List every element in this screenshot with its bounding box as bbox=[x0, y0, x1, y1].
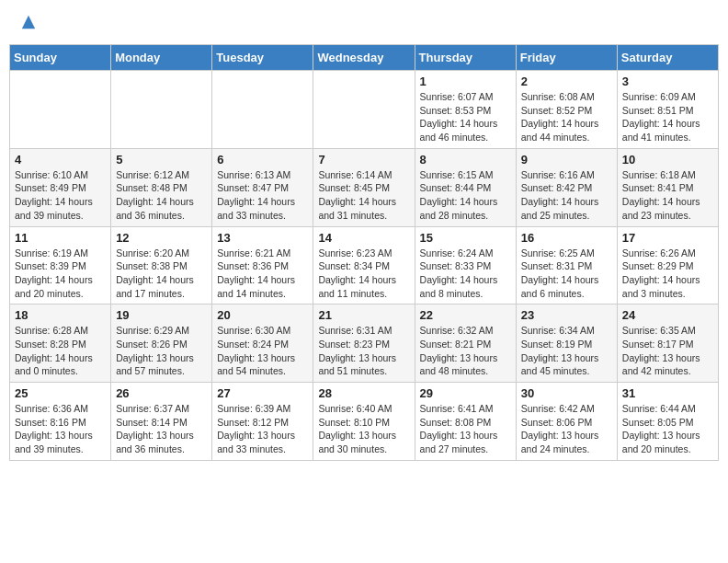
svg-marker-0 bbox=[22, 16, 35, 29]
calendar-cell: 6Sunrise: 6:13 AM Sunset: 8:47 PM Daylig… bbox=[212, 148, 313, 226]
calendar-cell: 21Sunrise: 6:31 AM Sunset: 8:23 PM Dayli… bbox=[313, 304, 415, 383]
calendar-cell: 7Sunrise: 6:14 AM Sunset: 8:45 PM Daylig… bbox=[313, 148, 415, 226]
calendar-cell: 13Sunrise: 6:21 AM Sunset: 8:36 PM Dayli… bbox=[212, 226, 313, 304]
day-header-wednesday: Wednesday bbox=[313, 45, 415, 71]
day-info: Sunrise: 6:32 AM Sunset: 8:21 PM Dayligh… bbox=[420, 324, 511, 378]
calendar-cell: 16Sunrise: 6:25 AM Sunset: 8:31 PM Dayli… bbox=[516, 226, 617, 304]
calendar-cell: 22Sunrise: 6:32 AM Sunset: 8:21 PM Dayli… bbox=[415, 304, 516, 383]
logo bbox=[18, 14, 37, 30]
day-number: 11 bbox=[15, 231, 106, 245]
calendar-cell bbox=[313, 71, 415, 149]
calendar-cell: 23Sunrise: 6:34 AM Sunset: 8:19 PM Dayli… bbox=[516, 304, 617, 383]
calendar-cell: 30Sunrise: 6:42 AM Sunset: 8:06 PM Dayli… bbox=[516, 383, 617, 461]
calendar-cell: 11Sunrise: 6:19 AM Sunset: 8:39 PM Dayli… bbox=[10, 226, 111, 304]
calendar-cell: 18Sunrise: 6:28 AM Sunset: 8:28 PM Dayli… bbox=[10, 304, 111, 383]
calendar-header-row: SundayMondayTuesdayWednesdayThursdayFrid… bbox=[10, 45, 719, 71]
day-info: Sunrise: 6:24 AM Sunset: 8:33 PM Dayligh… bbox=[420, 247, 511, 301]
day-info: Sunrise: 6:29 AM Sunset: 8:26 PM Dayligh… bbox=[116, 324, 207, 378]
day-header-friday: Friday bbox=[516, 45, 617, 71]
day-number: 18 bbox=[15, 308, 106, 322]
day-info: Sunrise: 6:42 AM Sunset: 8:06 PM Dayligh… bbox=[521, 402, 612, 456]
calendar-cell: 8Sunrise: 6:15 AM Sunset: 8:44 PM Daylig… bbox=[415, 148, 516, 226]
calendar-cell: 20Sunrise: 6:30 AM Sunset: 8:24 PM Dayli… bbox=[212, 304, 313, 383]
day-number: 5 bbox=[116, 153, 207, 167]
day-info: Sunrise: 6:18 AM Sunset: 8:41 PM Dayligh… bbox=[622, 168, 713, 223]
day-number: 29 bbox=[420, 386, 511, 400]
calendar-cell: 29Sunrise: 6:41 AM Sunset: 8:08 PM Dayli… bbox=[415, 383, 516, 461]
day-number: 21 bbox=[318, 308, 409, 322]
day-info: Sunrise: 6:08 AM Sunset: 8:52 PM Dayligh… bbox=[521, 90, 612, 144]
calendar-cell: 10Sunrise: 6:18 AM Sunset: 8:41 PM Dayli… bbox=[617, 148, 718, 226]
calendar-cell: 17Sunrise: 6:26 AM Sunset: 8:29 PM Dayli… bbox=[617, 226, 718, 304]
day-info: Sunrise: 6:39 AM Sunset: 8:12 PM Dayligh… bbox=[217, 402, 308, 456]
day-info: Sunrise: 6:14 AM Sunset: 8:45 PM Dayligh… bbox=[318, 168, 409, 223]
day-info: Sunrise: 6:20 AM Sunset: 8:38 PM Dayligh… bbox=[116, 247, 207, 301]
day-info: Sunrise: 6:19 AM Sunset: 8:39 PM Dayligh… bbox=[15, 247, 106, 301]
day-number: 26 bbox=[116, 386, 207, 400]
day-number: 13 bbox=[217, 231, 308, 245]
day-header-sunday: Sunday bbox=[10, 45, 111, 71]
calendar-cell bbox=[212, 71, 313, 149]
calendar-cell: 26Sunrise: 6:37 AM Sunset: 8:14 PM Dayli… bbox=[111, 383, 212, 461]
page-header bbox=[9, 9, 719, 35]
day-info: Sunrise: 6:34 AM Sunset: 8:19 PM Dayligh… bbox=[521, 324, 612, 378]
day-number: 1 bbox=[420, 75, 511, 88]
day-number: 17 bbox=[622, 231, 713, 245]
day-info: Sunrise: 6:13 AM Sunset: 8:47 PM Dayligh… bbox=[217, 168, 308, 223]
day-info: Sunrise: 6:40 AM Sunset: 8:10 PM Dayligh… bbox=[318, 402, 409, 456]
day-info: Sunrise: 6:12 AM Sunset: 8:48 PM Dayligh… bbox=[116, 168, 207, 223]
calendar-cell: 15Sunrise: 6:24 AM Sunset: 8:33 PM Dayli… bbox=[415, 226, 516, 304]
day-info: Sunrise: 6:16 AM Sunset: 8:42 PM Dayligh… bbox=[521, 168, 612, 223]
day-number: 31 bbox=[622, 386, 713, 400]
calendar-cell: 5Sunrise: 6:12 AM Sunset: 8:48 PM Daylig… bbox=[111, 148, 212, 226]
day-number: 8 bbox=[420, 153, 511, 167]
day-info: Sunrise: 6:41 AM Sunset: 8:08 PM Dayligh… bbox=[420, 402, 511, 456]
calendar-cell: 27Sunrise: 6:39 AM Sunset: 8:12 PM Dayli… bbox=[212, 383, 313, 461]
calendar-cell: 9Sunrise: 6:16 AM Sunset: 8:42 PM Daylig… bbox=[516, 148, 617, 226]
day-number: 3 bbox=[622, 75, 713, 88]
day-info: Sunrise: 6:23 AM Sunset: 8:34 PM Dayligh… bbox=[318, 247, 409, 301]
calendar-week-row: 18Sunrise: 6:28 AM Sunset: 8:28 PM Dayli… bbox=[10, 304, 719, 383]
day-number: 14 bbox=[318, 231, 409, 245]
day-number: 9 bbox=[521, 153, 612, 167]
calendar-cell: 25Sunrise: 6:36 AM Sunset: 8:16 PM Dayli… bbox=[10, 383, 111, 461]
day-number: 15 bbox=[420, 231, 511, 245]
day-info: Sunrise: 6:28 AM Sunset: 8:28 PM Dayligh… bbox=[15, 324, 106, 378]
day-info: Sunrise: 6:21 AM Sunset: 8:36 PM Dayligh… bbox=[217, 247, 308, 301]
day-number: 19 bbox=[116, 308, 207, 322]
day-number: 30 bbox=[521, 386, 612, 400]
calendar-cell: 31Sunrise: 6:44 AM Sunset: 8:05 PM Dayli… bbox=[617, 383, 718, 461]
calendar-week-row: 11Sunrise: 6:19 AM Sunset: 8:39 PM Dayli… bbox=[10, 226, 719, 304]
calendar-cell: 24Sunrise: 6:35 AM Sunset: 8:17 PM Dayli… bbox=[617, 304, 718, 383]
day-info: Sunrise: 6:09 AM Sunset: 8:51 PM Dayligh… bbox=[622, 90, 713, 144]
calendar-cell: 28Sunrise: 6:40 AM Sunset: 8:10 PM Dayli… bbox=[313, 383, 415, 461]
day-info: Sunrise: 6:35 AM Sunset: 8:17 PM Dayligh… bbox=[622, 324, 713, 378]
day-number: 16 bbox=[521, 231, 612, 245]
day-info: Sunrise: 6:25 AM Sunset: 8:31 PM Dayligh… bbox=[521, 247, 612, 301]
day-header-tuesday: Tuesday bbox=[212, 45, 313, 71]
calendar-cell: 19Sunrise: 6:29 AM Sunset: 8:26 PM Dayli… bbox=[111, 304, 212, 383]
day-info: Sunrise: 6:31 AM Sunset: 8:23 PM Dayligh… bbox=[318, 324, 409, 378]
day-number: 24 bbox=[622, 308, 713, 322]
calendar-cell: 14Sunrise: 6:23 AM Sunset: 8:34 PM Dayli… bbox=[313, 226, 415, 304]
logo-icon bbox=[20, 14, 37, 30]
calendar-cell bbox=[111, 71, 212, 149]
day-info: Sunrise: 6:37 AM Sunset: 8:14 PM Dayligh… bbox=[116, 402, 207, 456]
day-number: 20 bbox=[217, 308, 308, 322]
day-number: 7 bbox=[318, 153, 409, 167]
day-number: 10 bbox=[622, 153, 713, 167]
day-header-monday: Monday bbox=[111, 45, 212, 71]
day-info: Sunrise: 6:44 AM Sunset: 8:05 PM Dayligh… bbox=[622, 402, 713, 456]
calendar-cell: 3Sunrise: 6:09 AM Sunset: 8:51 PM Daylig… bbox=[617, 71, 718, 149]
day-header-thursday: Thursday bbox=[415, 45, 516, 71]
calendar-week-row: 4Sunrise: 6:10 AM Sunset: 8:49 PM Daylig… bbox=[10, 148, 719, 226]
day-number: 25 bbox=[15, 386, 106, 400]
day-number: 27 bbox=[217, 386, 308, 400]
day-info: Sunrise: 6:10 AM Sunset: 8:49 PM Dayligh… bbox=[15, 168, 106, 223]
day-number: 4 bbox=[15, 153, 106, 167]
day-number: 6 bbox=[217, 153, 308, 167]
day-info: Sunrise: 6:15 AM Sunset: 8:44 PM Dayligh… bbox=[420, 168, 511, 223]
day-number: 22 bbox=[420, 308, 511, 322]
day-number: 12 bbox=[116, 231, 207, 245]
calendar-cell: 4Sunrise: 6:10 AM Sunset: 8:49 PM Daylig… bbox=[10, 148, 111, 226]
